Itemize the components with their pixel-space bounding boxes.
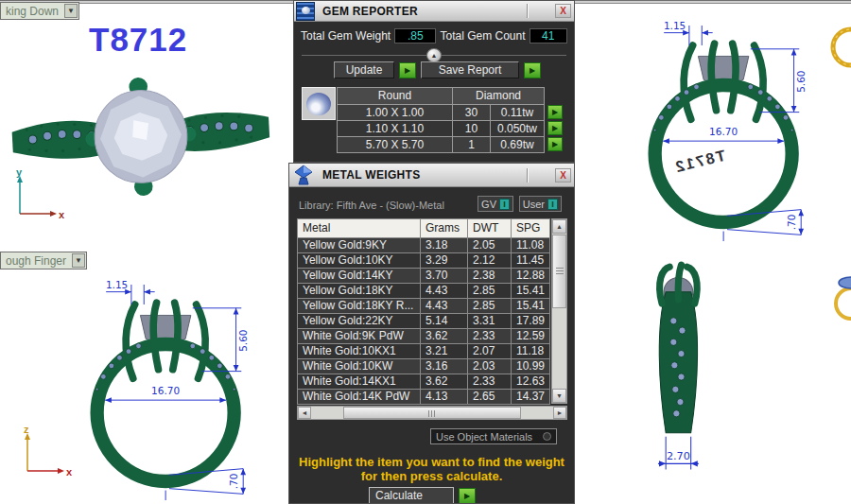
gem-row-action-icon[interactable]: ▶ — [547, 121, 563, 135]
gem-type-header: Diamond — [453, 88, 544, 104]
metal-spg: 15.41 — [512, 299, 549, 313]
metal-table-header[interactable]: Metal Grams DWT SPG — [298, 219, 549, 237]
ring-shank — [97, 344, 234, 481]
update-run-icon[interactable]: ▶ — [399, 62, 416, 78]
metal-dwt: 2.07 — [468, 344, 512, 358]
gv-label: GV — [481, 199, 496, 210]
total-gem-weight-value: .85 — [394, 28, 436, 43]
horizontal-scrollbar[interactable]: ◄ ► — [297, 406, 567, 420]
col-header-dwt: DWT — [468, 219, 512, 237]
metal-grams: 3.62 — [421, 329, 468, 343]
metal-table-row[interactable]: White Gold:14KX1 3.62 2.33 12.63 — [298, 374, 549, 389]
metal-dwt: 2.85 — [468, 299, 512, 313]
gem-shape-header: Round — [338, 88, 453, 104]
metal-dwt: 2.33 — [468, 374, 512, 389]
viewport-tab-looking-down[interactable]: king Down ▼ — [0, 2, 79, 20]
metal-dwt: 2.03 — [468, 359, 512, 374]
metal-dwt: 2.33 — [468, 329, 512, 343]
gem-weight: 0.11tw — [491, 105, 544, 120]
gem-reporter-titlebar[interactable]: GEM REPORTER X — [294, 1, 574, 22]
metal-dwt: 2.12 — [468, 253, 512, 268]
metal-table-row[interactable]: Yellow Gold:22KY 5.14 3.31 17.89 — [298, 313, 549, 328]
calculate-button[interactable]: Calculate — [369, 487, 454, 504]
metal-weights-titlebar[interactable]: METAL WEIGHTS X — [289, 164, 574, 187]
update-button[interactable]: Update — [334, 61, 394, 78]
shank-engraving: T8712 — [672, 147, 727, 176]
gem-table-row[interactable]: 5.70 X 5.70 1 0.69tw — [338, 136, 544, 152]
gem-row-action-icon[interactable]: ▶ — [547, 105, 563, 119]
metal-table-row[interactable]: Yellow Gold:10KY 3.29 2.12 11.45 — [298, 252, 549, 268]
user-toggle-button[interactable]: User I — [519, 196, 562, 212]
metal-grams: 4.43 — [421, 284, 468, 298]
gem-weight: 0.69tw — [491, 137, 544, 152]
metal-table-row[interactable]: White Gold:10KW 3.16 2.03 10.99 — [298, 358, 549, 374]
scroll-right-icon[interactable]: ► — [553, 407, 566, 419]
metal-table-row[interactable]: Yellow Gold:14KY 3.70 2.38 12.88 — [298, 268, 549, 283]
scrollbar-track[interactable] — [311, 407, 553, 419]
chevron-down-icon[interactable]: ▼ — [64, 4, 78, 18]
metal-spg: 11.45 — [512, 253, 549, 268]
ring-front-view[interactable]: 1.15 5.60 16.70 .70 — [55, 265, 282, 501]
gem-row-action-icon[interactable]: ▶ — [547, 137, 563, 151]
ring-front-view[interactable]: T8712 1.15 5.60 16.70 .70 — [613, 6, 840, 242]
metal-name: Yellow Gold:18KY — [298, 284, 421, 298]
metal-spg: 15.41 — [512, 284, 549, 298]
metal-name: White Gold:14KX1 — [298, 374, 421, 389]
scrollbar-thumb[interactable] — [343, 407, 521, 419]
metal-grams: 4.13 — [421, 390, 468, 404]
save-report-button[interactable]: Save Report — [421, 61, 519, 78]
gem-table-row[interactable]: 1.00 X 1.00 30 0.11tw — [338, 104, 544, 120]
ring-side-view[interactable]: 2.70 — [617, 257, 749, 494]
metal-grams: 3.70 — [421, 269, 468, 283]
titlebar-groove — [527, 168, 529, 182]
metal-name: Yellow Gold:14KY — [298, 269, 421, 283]
vertical-scrollbar[interactable]: ▲ ▼ — [551, 218, 567, 404]
metal-weights-icon — [292, 165, 315, 186]
metal-grams: 5.14 — [421, 314, 468, 328]
close-icon[interactable]: X — [555, 4, 571, 18]
gem-reporter-icon — [296, 2, 315, 21]
gold-ring-icon[interactable] — [830, 23, 851, 72]
use-object-materials-dropdown[interactable]: Use Object Materials — [430, 428, 557, 444]
metal-spg: 12.88 — [512, 269, 549, 283]
metal-grams: 3.16 — [421, 359, 468, 374]
close-icon[interactable]: X — [555, 168, 571, 182]
metal-grams: 3.21 — [421, 344, 468, 358]
scrollbar-thumb[interactable] — [552, 235, 566, 308]
app-screen: king Down ▼ T8712 — [0, 0, 851, 504]
axis-indicator: z x — [17, 424, 74, 480]
metal-table-row[interactable]: Yellow Gold:18KY 4.43 2.85 15.41 — [298, 283, 549, 298]
dimension-label: 5.60 — [795, 70, 807, 92]
gem-table-row[interactable]: 1.10 X 1.10 10 0.050tw — [338, 120, 544, 136]
gold-ring-icon[interactable] — [832, 272, 851, 325]
scroll-left-icon[interactable]: ◄ — [298, 407, 311, 419]
metal-name: White Gold:10KX1 — [298, 344, 421, 358]
dropdown-toggle-icon[interactable] — [543, 432, 551, 441]
col-header-metal: Metal — [298, 219, 421, 237]
metal-table-row[interactable]: Yellow Gold:18KY R... 4.43 2.85 15.41 — [298, 298, 549, 313]
calculate-run-icon[interactable]: ▶ — [459, 488, 476, 504]
metal-table-row[interactable]: White Gold:14K PdW 4.13 2.65 14.37 — [298, 389, 549, 404]
metal-dwt: 2.85 — [468, 284, 512, 298]
metal-spg: 14.37 — [512, 390, 549, 404]
metal-table-row[interactable]: White Gold:9K PdW 3.62 2.33 12.59 — [298, 328, 549, 343]
metal-grams: 3.29 — [421, 253, 468, 268]
scroll-down-icon[interactable]: ▼ — [552, 389, 566, 403]
axis-label-y: y — [16, 166, 23, 178]
metal-table-row[interactable]: White Gold:10KX1 3.21 2.07 11.18 — [298, 343, 549, 358]
gem-size: 5.70 X 5.70 — [338, 137, 453, 152]
collapse-button[interactable]: ▲ — [426, 48, 442, 62]
metal-grams: 3.18 — [421, 238, 468, 252]
axis-label-x: x — [66, 466, 73, 478]
save-report-run-icon[interactable]: ▶ — [524, 62, 541, 78]
dimension-label: 1.15 — [106, 279, 128, 290]
metal-name: White Gold:14K PdW — [298, 390, 421, 404]
titlebar-groove — [527, 4, 529, 18]
metal-table-row[interactable]: Yellow Gold:9KY 3.18 2.05 11.08 — [298, 237, 549, 252]
scroll-up-icon[interactable]: ▲ — [552, 219, 566, 234]
metal-name: White Gold:9K PdW — [298, 329, 421, 343]
metal-name: Yellow Gold:9KY — [298, 238, 421, 252]
instruction-text: Highlight the item you want to find the … — [289, 455, 574, 483]
metal-grams: 3.62 — [421, 374, 468, 389]
gv-toggle-button[interactable]: GV I — [478, 196, 513, 212]
